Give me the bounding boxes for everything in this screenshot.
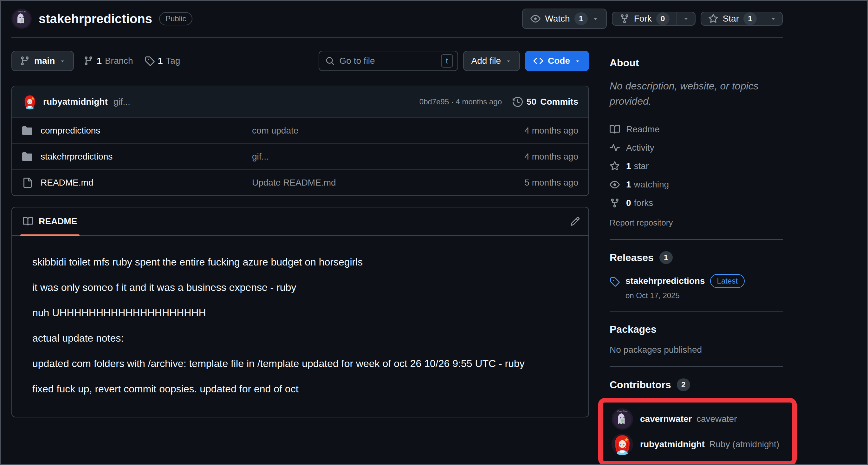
tag-count-label: Tag	[166, 56, 180, 66]
star-icon	[610, 161, 620, 171]
branch-count: 1	[97, 56, 102, 66]
latest-release-item[interactable]: stakehrpredictions Latest on Oct 17, 202…	[610, 274, 783, 300]
release-name[interactable]: stakehrpredictions	[625, 276, 705, 286]
contributor-row[interactable]: cavernwater cavewater	[612, 406, 786, 432]
contributors-header: Contributors 2	[610, 378, 783, 391]
readme-paragraph: skibbidi toilet mfs ruby spent the entir…	[32, 254, 568, 270]
edit-readme-button[interactable]	[570, 216, 580, 227]
sidebar-item-readme[interactable]: Readme	[610, 120, 783, 139]
tags-link[interactable]: 1 Tag	[145, 56, 180, 66]
contributors-title[interactable]: Contributors	[610, 379, 671, 391]
file-commit-message[interactable]: gif...	[252, 152, 483, 162]
contributor-username[interactable]: rubyatmidnight	[640, 439, 705, 449]
latest-commit-bar: rubyatmidnight gif... 0bd7e95 · 4 months…	[12, 86, 588, 117]
branch-selector-button[interactable]: main	[11, 51, 74, 71]
file-name-cell[interactable]: stakehrpredictions	[22, 152, 252, 162]
file-commit-message[interactable]: Update README.md	[252, 178, 483, 188]
go-to-file-search[interactable]: t	[319, 51, 458, 71]
contributor-row[interactable]: rubyatmidnight Ruby (atmidnight)	[612, 432, 786, 457]
commit-meta-group: 0bd7e95 · 4 months ago 50 Commits	[420, 97, 578, 107]
sidebar-item-stars[interactable]: 1 star	[610, 157, 783, 175]
fork-dropdown-button[interactable]	[677, 12, 695, 25]
add-file-button[interactable]: Add file	[463, 51, 520, 71]
sidebar-item-label: forks	[634, 198, 653, 208]
file-commit-time: 5 months ago	[483, 178, 578, 188]
sidebar-item-label: watching	[634, 179, 669, 190]
commits-count: 50	[527, 97, 536, 107]
avatar[interactable]	[612, 434, 633, 455]
chevron-down-icon	[505, 58, 512, 64]
packages-empty-text: No packages published	[610, 345, 783, 355]
latest-badge: Latest	[710, 274, 745, 288]
release-date: on Oct 17, 2025	[625, 291, 745, 300]
about-description: No description, website, or topics provi…	[610, 78, 783, 109]
star-icon	[708, 13, 718, 24]
sidebar-item-watching[interactable]: 1 watching	[610, 175, 783, 194]
releases-title[interactable]: Releases	[610, 252, 654, 264]
add-file-label: Add file	[471, 56, 501, 66]
table-row[interactable]: compredictions com update 4 months ago	[12, 117, 588, 143]
search-icon	[326, 56, 335, 65]
readme-content: skibbidi toilet mfs ruby spent the entir…	[12, 236, 588, 417]
contributors-count-badge: 2	[677, 378, 690, 391]
folder-icon	[22, 152, 32, 162]
file-name-cell[interactable]: README.md	[22, 178, 252, 188]
repo-owner-avatar[interactable]	[11, 8, 32, 29]
file-name[interactable]: compredictions	[40, 125, 100, 136]
readme-paragraph: updated com folders with /archive: templ…	[32, 356, 568, 371]
git-branch-icon	[83, 56, 94, 66]
table-row[interactable]: README.md Update README.md 5 months ago	[12, 169, 588, 195]
file-name-cell[interactable]: compredictions	[22, 125, 252, 136]
sidebar-item-label: star	[634, 161, 649, 171]
eye-icon	[530, 13, 540, 24]
star-button[interactable]: Star 1	[701, 12, 764, 25]
star-count: 1	[743, 12, 757, 25]
chevron-down-icon	[683, 16, 689, 22]
folder-icon	[22, 125, 32, 136]
contributor-username[interactable]: cavernwater	[640, 414, 692, 424]
sidebar-item-activity[interactable]: Activity	[610, 139, 783, 157]
commit-history-link[interactable]: 50 Commits	[513, 97, 578, 107]
table-row[interactable]: stakehrpredictions gif... 4 months ago	[12, 143, 588, 169]
history-icon	[513, 97, 523, 107]
file-commit-time: 4 months ago	[483, 152, 578, 162]
sidebar-divider	[610, 312, 783, 312]
report-repository-link[interactable]: Report repository	[610, 218, 673, 228]
star-label: Star	[723, 13, 739, 24]
file-name[interactable]: stakehrpredictions	[40, 152, 113, 162]
file-commit-message[interactable]: com update	[252, 125, 483, 136]
contributor-display-name: cavewater	[696, 414, 737, 424]
code-icon	[533, 56, 544, 66]
book-icon	[23, 216, 33, 227]
commit-author[interactable]: rubyatmidnight	[43, 97, 108, 107]
file-name[interactable]: README.md	[40, 178, 93, 188]
tag-count: 1	[158, 56, 163, 66]
toolbar-right: t Add file Code	[319, 51, 589, 71]
repo-header: stakehrpredictions Public Watch 1 Fork 0…	[0, 0, 868, 37]
tag-icon	[145, 56, 155, 66]
git-branch-icon	[20, 56, 30, 66]
commit-sha-time[interactable]: 0bd7e95 · 4 months ago	[420, 97, 502, 106]
watch-button[interactable]: Watch 1	[522, 8, 607, 29]
chevron-down-icon	[59, 58, 66, 64]
fork-button[interactable]: Fork 0	[613, 12, 677, 25]
readme-paragraph: fixed fuck up, revert commit oopsies. up…	[32, 381, 568, 397]
branches-link[interactable]: 1 Branch	[83, 56, 133, 66]
sidebar-item-forks[interactable]: 0 forks	[610, 194, 783, 212]
file-commit-time: 4 months ago	[483, 125, 578, 136]
repo-actions: Watch 1 Fork 0 Star 1	[522, 8, 783, 29]
commit-message[interactable]: gif...	[114, 97, 130, 107]
go-to-file-input[interactable]	[339, 56, 437, 66]
repo-title[interactable]: stakehrpredictions	[39, 12, 152, 26]
file-icon	[22, 178, 32, 188]
watch-label: Watch	[545, 13, 570, 24]
readme-paragraph: actual update notes:	[32, 330, 568, 346]
book-icon	[610, 124, 620, 135]
tab-readme[interactable]: README	[20, 207, 80, 235]
commit-author-avatar[interactable]	[22, 94, 37, 110]
chevron-down-icon	[592, 16, 598, 22]
code-button[interactable]: Code	[525, 51, 589, 71]
readme-tab-label: README	[39, 216, 77, 227]
avatar[interactable]	[612, 408, 633, 430]
star-dropdown-button[interactable]	[764, 12, 782, 25]
